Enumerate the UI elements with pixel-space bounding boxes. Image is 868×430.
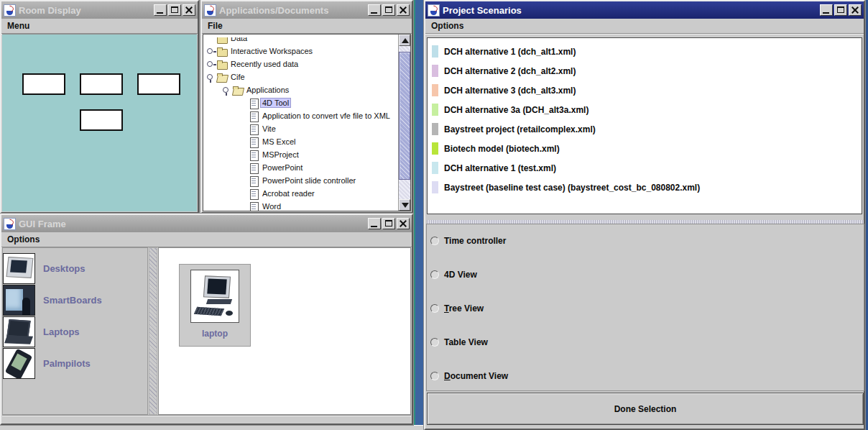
view-radio-label: 4D View — [444, 270, 477, 280]
view-radio-label: Tree View — [444, 303, 484, 314]
scrollbar-thumb[interactable] — [399, 52, 410, 180]
gui-frame-titlebar[interactable]: GUI Frame — [1, 215, 412, 232]
minimize-button[interactable] — [820, 4, 833, 16]
window-title: Room Display — [19, 5, 81, 16]
device-list-panel: laptop — [158, 247, 411, 415]
tree-item[interactable]: Data — [205, 37, 397, 45]
laptop-device-tile[interactable]: laptop — [179, 264, 251, 347]
split-pane-divider[interactable] — [149, 247, 157, 415]
window-title: Project Scenarios — [443, 5, 522, 16]
applications-documents-menubar: File — [202, 19, 412, 34]
tree-item-label: Word — [260, 201, 283, 211]
tree-item-label: 4D Tool — [260, 98, 291, 108]
scenario-list-item[interactable]: DCH alternative 2 (dch_alt2.xml) — [428, 61, 862, 81]
done-selection-button[interactable]: Done Selection — [427, 393, 864, 425]
sidebar-item[interactable]: Palmpilots — [3, 347, 147, 379]
view-radio-row[interactable]: Tree View — [430, 303, 484, 314]
applications-documents-titlebar[interactable]: Applications/Documents — [202, 1, 412, 19]
desktop-teal-stripe — [413, 0, 415, 430]
scroll-down-button[interactable] — [399, 199, 410, 211]
tree-toggle-icon[interactable] — [206, 58, 216, 70]
close-button[interactable] — [397, 4, 410, 16]
scenario-list-item[interactable]: Baystreet project (retailcomplex.xml) — [428, 119, 862, 139]
view-radio-row[interactable]: Document View — [430, 371, 508, 381]
scenario-label: DCH alternative 1 (test.xml) — [444, 163, 556, 173]
scenario-label: DCH alternative 3 (dch_alt3.xml) — [444, 86, 576, 96]
close-button[interactable] — [183, 4, 195, 16]
tree-item[interactable]: Vite — [205, 122, 397, 135]
radio-button-icon[interactable] — [430, 237, 439, 245]
maximize-button[interactable] — [834, 4, 847, 16]
scenario-color-chip — [432, 123, 438, 135]
room-display-menubar: Menu — [1, 19, 198, 34]
tree-item[interactable]: Interactive Workspaces — [205, 45, 397, 58]
tree-item-label: Applications — [244, 85, 291, 95]
radio-button-icon[interactable] — [430, 270, 439, 279]
tree-item[interactable]: Application to convert vfe file to XML — [205, 109, 397, 122]
base-shape — [206, 299, 232, 304]
minimize-button[interactable] — [368, 218, 381, 229]
scenario-color-chip — [432, 65, 438, 77]
tree-item[interactable]: Acrobat reader — [205, 187, 397, 200]
view-radio-row[interactable]: Time controller — [430, 236, 506, 246]
display-placeholder-box[interactable] — [80, 109, 123, 131]
taskbar-edge — [0, 425, 424, 430]
minimize-button[interactable] — [154, 4, 167, 16]
options-menu[interactable]: Options — [431, 21, 463, 31]
tree-toggle-icon[interactable] — [206, 70, 216, 83]
room-display-titlebar[interactable]: Room Display — [1, 1, 198, 19]
tree-item[interactable]: PowerPoint — [205, 161, 397, 174]
menu-menu[interactable]: Menu — [7, 21, 29, 31]
scenario-color-chip — [432, 162, 438, 174]
device-category-sidebar: Desktops SmartBoards Laptops Palmpilots — [2, 247, 148, 415]
file-menu[interactable]: File — [208, 21, 223, 31]
options-menu[interactable]: Options — [7, 234, 40, 244]
tree-item[interactable]: MSProject — [205, 148, 397, 161]
scenario-list-item[interactable]: DCH alternative 1 (test.xml) — [428, 158, 862, 178]
maximize-button[interactable] — [168, 4, 181, 16]
scenario-list: DCH alternative 1 (dch_alt1.xml) DCH alt… — [427, 37, 862, 214]
tree-toggle-icon[interactable] — [206, 45, 216, 58]
tree-item-label: MSProject — [260, 150, 301, 160]
display-placeholder-box[interactable] — [22, 73, 65, 95]
tree-item[interactable]: MS Excel — [205, 135, 397, 148]
scenario-list-item[interactable]: Biotech model (biotech.xml) — [428, 139, 862, 158]
tree-item[interactable]: 4D Tool — [205, 96, 397, 109]
close-button[interactable] — [397, 218, 410, 229]
radio-button-icon[interactable] — [430, 338, 439, 347]
close-button[interactable] — [849, 4, 862, 16]
java-cup-icon — [4, 4, 16, 17]
project-scenarios-window: Project Scenarios Options DCH alternativ… — [424, 0, 865, 430]
tree-item-label: Interactive Workspaces — [228, 46, 315, 56]
display-placeholder-box[interactable] — [137, 73, 180, 95]
tree-item[interactable]: Applications — [205, 83, 397, 96]
scenario-label: DCH alternative 2 (dch_alt2.xml) — [444, 66, 576, 76]
scenario-list-item[interactable]: DCH alternative 1 (dch_alt1.xml) — [428, 42, 862, 61]
radio-button-icon[interactable] — [430, 304, 439, 313]
scenario-list-item[interactable]: DCH alternative 3a (DCH_alt3a.xml) — [428, 100, 862, 119]
sidebar-item[interactable]: Laptops — [3, 316, 147, 347]
scenario-list-item[interactable]: DCH alternative 3 (dch_alt3.xml) — [428, 81, 862, 100]
window-title: GUI Frame — [19, 219, 66, 229]
sidebar-item[interactable]: SmartBoards — [3, 284, 147, 316]
device-category-photo-icon — [3, 285, 35, 316]
tree-item[interactable]: Word — [205, 200, 397, 211]
view-radio-row[interactable]: 4D View — [430, 270, 477, 280]
tree-toggle-icon[interactable] — [222, 83, 232, 96]
tree-item[interactable]: Recently used data — [205, 58, 397, 70]
scroll-up-button[interactable] — [399, 35, 410, 46]
radio-button-icon[interactable] — [430, 372, 439, 380]
maximize-button[interactable] — [382, 218, 395, 229]
tree-item[interactable]: Cife — [205, 70, 397, 83]
tree-node-icon — [248, 201, 260, 211]
maximize-button[interactable] — [382, 4, 395, 16]
window-title: Applications/Documents — [219, 5, 328, 16]
scenario-list-item[interactable]: Baystreet (baseline test case) (baystree… — [428, 178, 862, 197]
view-radio-row[interactable]: Table View — [430, 337, 488, 347]
tree-item[interactable]: PowerPoint slide controller — [205, 174, 397, 187]
sidebar-item[interactable]: Desktops — [3, 252, 147, 284]
display-placeholder-box[interactable] — [80, 73, 123, 95]
tree-node-icon — [248, 188, 260, 199]
minimize-button[interactable] — [368, 4, 381, 16]
project-scenarios-titlebar[interactable]: Project Scenarios — [425, 1, 864, 19]
